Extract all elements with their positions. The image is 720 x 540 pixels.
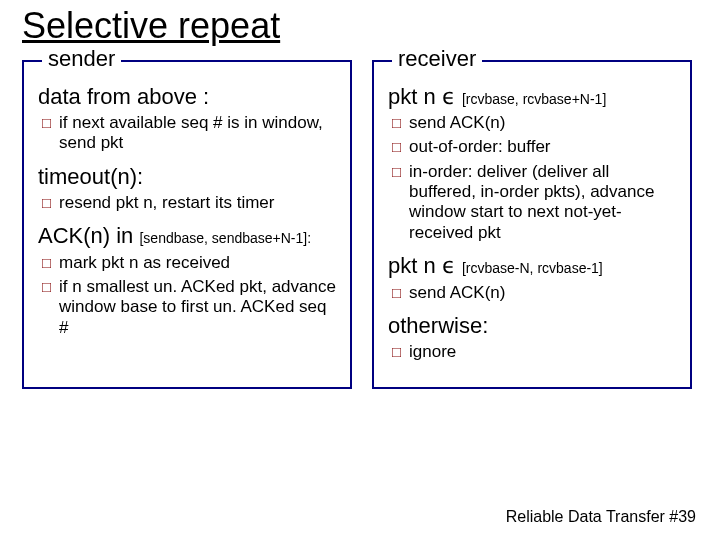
list-item-text: mark pkt n as received [59,253,230,273]
list-item: send ACK(n) [392,113,678,133]
receiver-heading-1: pkt n ϵ [rcvbase-N, rcvbase-1] [388,253,678,278]
list-item: out-of-order: buffer [392,137,678,157]
receiver-heading-2: otherwise: [388,313,678,338]
receiver-list-2: ignore [388,342,678,362]
list-item-text: send ACK(n) [409,283,505,303]
list-item: mark pkt n as received [42,253,338,273]
columns: sender data from above : if next availab… [22,60,698,389]
receiver-list-0: send ACK(n) out-of-order: buffer in-orde… [388,113,678,243]
list-item: in-order: deliver (deliver all buffered,… [392,162,678,244]
heading-range: [rcvbase, rcvbase+N-1] [462,91,606,107]
heading-text: otherwise: [388,313,488,338]
receiver-heading-0: pkt n ϵ [rcvbase, rcvbase+N-1] [388,84,678,109]
receiver-legend: receiver [392,48,482,70]
heading-text: timeout(n): [38,164,143,189]
sender-heading-1: timeout(n): [38,164,338,189]
heading-text: data from above : [38,84,209,109]
list-item: send ACK(n) [392,283,678,303]
slide-title: Selective repeat [22,6,698,46]
list-item: if next available seq # is in window, se… [42,113,338,154]
sender-list-2: mark pkt n as received if n smallest un.… [38,253,338,339]
sender-heading-2: ACK(n) in [sendbase, sendbase+N-1]: [38,223,338,248]
sender-heading-0: data from above : [38,84,338,109]
sender-list-1: resend pkt n, restart its timer [38,193,338,213]
heading-text: pkt n ϵ [388,84,456,109]
list-item: ignore [392,342,678,362]
list-item: resend pkt n, restart its timer [42,193,338,213]
heading-text: ACK(n) in [38,223,139,248]
heading-text: pkt n ϵ [388,253,456,278]
receiver-panel: receiver pkt n ϵ [rcvbase, rcvbase+N-1] … [372,60,692,389]
sender-list-0: if next available seq # is in window, se… [38,113,338,154]
sender-panel: sender data from above : if next availab… [22,60,352,389]
list-item-text: in-order: deliver (deliver all buffered,… [409,162,678,244]
list-item-text: resend pkt n, restart its timer [59,193,274,213]
list-item-text: if n smallest un. ACKed pkt, advance win… [59,277,338,338]
slide: Selective repeat sender data from above … [0,0,720,540]
slide-footer: Reliable Data Transfer #39 [506,508,696,526]
heading-range: [rcvbase-N, rcvbase-1] [462,260,603,276]
receiver-list-1: send ACK(n) [388,283,678,303]
list-item-text: out-of-order: buffer [409,137,550,157]
list-item-text: if next available seq # is in window, se… [59,113,338,154]
sender-legend: sender [42,48,121,70]
heading-range: [sendbase, sendbase+N-1]: [139,230,311,246]
list-item-text: send ACK(n) [409,113,505,133]
list-item-text: ignore [409,342,456,362]
list-item: if n smallest un. ACKed pkt, advance win… [42,277,338,338]
